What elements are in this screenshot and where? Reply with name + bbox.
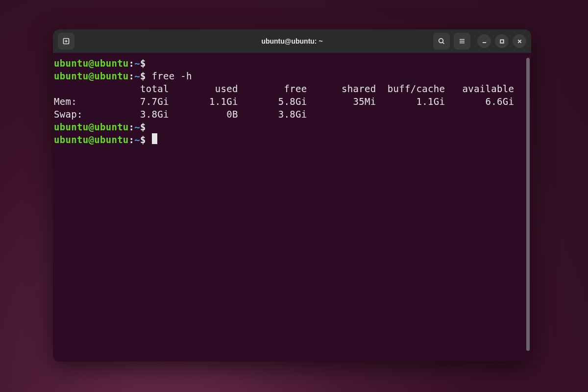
minimize-button[interactable] [477,34,491,48]
hamburger-icon [458,37,466,45]
output-mem-row: Mem: 7.7Gi 1.1Gi 5.8Gi 35Mi 1.1Gi 6.6Gi [54,95,526,108]
svg-point-1 [439,39,443,43]
minimize-icon [482,39,487,44]
close-button[interactable] [513,34,526,48]
prompt-line: ubuntu@ubuntu:~$ [54,121,526,133]
path: ~ [134,58,140,69]
cursor-icon [152,133,157,144]
prompt-line: ubuntu@ubuntu:~$ free -h [54,70,526,82]
terminal-content[interactable]: ubuntu@ubuntu:~$ ubuntu@ubuntu:~$ free -… [54,57,526,358]
terminal-window: ubuntu@ubuntu: ~ [53,29,531,362]
colon: : [129,58,135,69]
terminal-body[interactable]: ubuntu@ubuntu:~$ ubuntu@ubuntu:~$ free -… [53,53,531,362]
user-host: ubuntu@ubuntu [54,58,129,69]
prompt-line: ubuntu@ubuntu:~$ [54,57,526,70]
titlebar: ubuntu@ubuntu: ~ [53,29,531,53]
new-tab-icon [62,37,70,45]
command-text [146,58,152,69]
search-icon [438,37,445,45]
prompt-line-active: ubuntu@ubuntu:~$ [54,133,526,146]
svg-rect-2 [500,40,503,43]
search-button[interactable] [433,33,450,49]
output-swap-row: Swap: 3.8Gi 0B 3.8Gi [54,108,526,121]
menu-button[interactable] [454,33,470,49]
output-header: total used free shared buff/cache availa… [54,82,526,95]
sigil: $ [140,58,146,69]
maximize-icon [499,39,505,44]
scrollbar[interactable] [526,57,531,358]
command-text: free -h [152,71,192,81]
new-tab-button[interactable] [58,33,74,49]
scrollbar-thumb[interactable] [526,58,530,351]
close-icon [517,39,522,44]
maximize-button[interactable] [495,34,509,48]
